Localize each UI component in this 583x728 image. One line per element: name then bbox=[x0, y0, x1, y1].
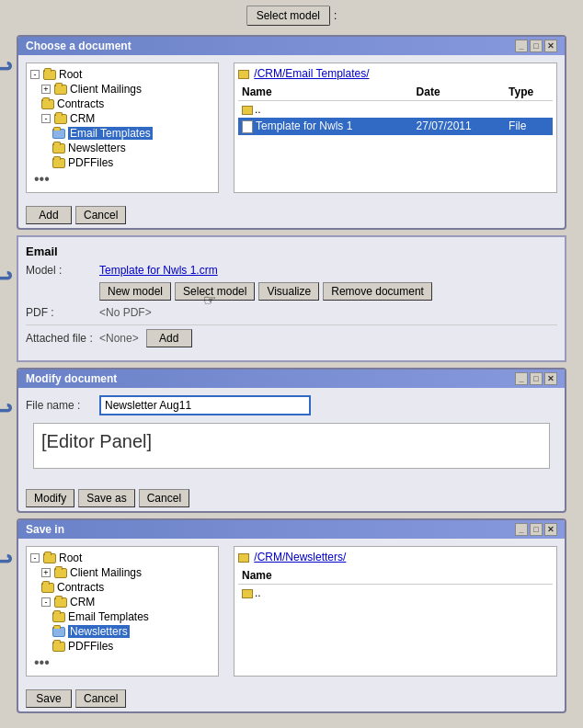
save-folder-contracts bbox=[41, 583, 54, 593]
save-in-btn-bar: Save Cancel bbox=[18, 684, 565, 711]
tree-pane: - Root + Client Mailings Contracts bbox=[26, 63, 219, 193]
save-file-table: Name .. bbox=[238, 567, 553, 601]
select-model-btn-email[interactable]: Select model ☞ bbox=[175, 282, 255, 301]
save-file-path-row: /CRM/Newsletters/ bbox=[238, 551, 553, 563]
save-file-path-link[interactable]: /CRM/Newsletters/ bbox=[254, 551, 346, 563]
save-expand-client-mailings[interactable]: + bbox=[41, 568, 51, 577]
expand-root[interactable]: - bbox=[30, 70, 40, 79]
save-tree-contracts[interactable]: Contracts bbox=[41, 580, 214, 595]
expand-client-mailings[interactable]: + bbox=[41, 85, 51, 94]
tree-label-contracts: Contracts bbox=[57, 97, 104, 110]
save-button[interactable]: Save bbox=[26, 689, 72, 708]
file-parent-date bbox=[413, 101, 506, 119]
modify-close-button[interactable]: ✕ bbox=[544, 372, 557, 385]
choose-document-panel: Choose a document _ □ ✕ - Root + bbox=[17, 35, 566, 230]
new-model-button[interactable]: New model bbox=[99, 282, 171, 301]
save-file-pane: /CRM/Newsletters/ Name .. bbox=[234, 546, 557, 677]
visualize-button[interactable]: Visualize bbox=[258, 282, 319, 301]
file-table-header: Name Date Type bbox=[238, 84, 553, 101]
email-section-wrapper: ↩ Email Model : Template for Nwls 1.crm … bbox=[0, 235, 583, 362]
tree-item-pdffiles[interactable]: PDFFiles bbox=[52, 155, 214, 170]
save-folder-newsletters bbox=[52, 627, 65, 637]
choose-document-content: - Root + Client Mailings Contracts bbox=[18, 55, 565, 200]
save-tree-crm[interactable]: - CRM bbox=[41, 595, 214, 609]
save-tree-client-mailings[interactable]: + Client Mailings bbox=[41, 565, 214, 580]
pdf-label: PDF : bbox=[26, 306, 99, 319]
modify-document-title: Modify document bbox=[26, 372, 117, 385]
add-button[interactable]: Add bbox=[26, 206, 72, 224]
model-field-row: Model : Template for Nwls 1.crm bbox=[26, 264, 557, 277]
save-file-row-parent[interactable]: .. bbox=[238, 585, 553, 602]
maximize-button[interactable]: □ bbox=[530, 40, 543, 52]
save-tree-pdffiles[interactable]: PDFFiles bbox=[52, 639, 214, 654]
file-row-parent[interactable]: .. bbox=[238, 101, 553, 119]
choose-document-section: ↩ Choose a document _ □ ✕ - Root bbox=[0, 35, 583, 230]
save-tree-root-label: Root bbox=[59, 552, 82, 564]
attached-file-add-button[interactable]: Add bbox=[146, 329, 192, 347]
modify-maximize-button[interactable]: □ bbox=[530, 372, 543, 385]
attached-file-value: <None> bbox=[99, 332, 139, 345]
minimize-button[interactable]: _ bbox=[515, 40, 528, 52]
file-pane: /CRM/Email Templates/ Name Date Type bbox=[234, 63, 557, 193]
save-label-client-mailings: Client Mailings bbox=[70, 566, 142, 579]
save-maximize-button[interactable]: □ bbox=[530, 523, 543, 536]
save-tree-item-root[interactable]: - Root bbox=[30, 551, 214, 565]
cancel-button[interactable]: Cancel bbox=[75, 206, 126, 224]
save-close-button[interactable]: ✕ bbox=[544, 523, 557, 536]
col-date: Date bbox=[413, 84, 506, 101]
remove-document-button[interactable]: Remove document bbox=[323, 282, 432, 301]
choose-document-title-bar: Choose a document _ □ ✕ bbox=[18, 37, 565, 55]
path-folder-icon bbox=[238, 70, 249, 79]
save-expand-crm[interactable]: - bbox=[41, 597, 51, 607]
editor-panel[interactable]: [Editor Panel] bbox=[33, 423, 550, 469]
save-folder-client-mailings bbox=[54, 568, 67, 578]
save-cancel-button[interactable]: Cancel bbox=[75, 689, 126, 708]
save-label-pdffiles: PDFFiles bbox=[68, 640, 113, 653]
select-model-button[interactable]: Select model bbox=[246, 6, 330, 26]
tree-label-email-templates: Email Templates bbox=[68, 127, 153, 140]
tree-item-crm[interactable]: - CRM bbox=[41, 111, 214, 126]
save-tree-newsletters[interactable]: Newsletters bbox=[52, 624, 214, 639]
save-expand-root[interactable]: - bbox=[30, 553, 40, 563]
file-path-link[interactable]: /CRM/Email Templates/ bbox=[254, 67, 369, 80]
modify-button[interactable]: Modify bbox=[26, 489, 74, 507]
save-folder-icon-root bbox=[43, 553, 56, 563]
col-name: Name bbox=[238, 84, 413, 101]
tree-item-root[interactable]: - Root bbox=[30, 67, 214, 82]
modify-cancel-button[interactable]: Cancel bbox=[139, 489, 189, 507]
arrow-2: ↩ bbox=[0, 263, 12, 293]
tree-item-client-mailings[interactable]: + Client Mailings bbox=[41, 82, 214, 97]
file-parent-icon: .. bbox=[238, 101, 413, 119]
model-buttons-row: New model Select model ☞ Visualize Remov… bbox=[26, 282, 557, 301]
modify-minimize-button[interactable]: _ bbox=[515, 372, 528, 385]
filename-input[interactable] bbox=[99, 395, 311, 415]
file-icon-template bbox=[242, 120, 253, 133]
model-label: Model : bbox=[26, 264, 99, 277]
save-minimize-button[interactable]: _ bbox=[515, 523, 528, 536]
modify-document-content: File name : [Editor Panel] bbox=[18, 388, 565, 483]
save-folder-email-templates bbox=[52, 612, 65, 622]
save-in-content: - Root + Client Mailings Contracts bbox=[18, 539, 565, 684]
file-row-template[interactable]: Template for Nwls 1 27/07/2011 File bbox=[238, 118, 553, 135]
tree-label-crm: CRM bbox=[70, 112, 95, 125]
choose-document-title: Choose a document bbox=[26, 40, 131, 52]
tree-root-label: Root bbox=[59, 68, 82, 81]
file-name-cell: Template for Nwls 1 bbox=[238, 118, 413, 135]
tree-item-email-templates[interactable]: Email Templates bbox=[52, 126, 214, 141]
choose-document-controls: _ □ ✕ bbox=[515, 40, 557, 52]
close-button[interactable]: ✕ bbox=[544, 40, 557, 52]
folder-icon-newsletters bbox=[52, 143, 65, 154]
cursor-icon: ☞ bbox=[203, 291, 216, 309]
expand-crm[interactable]: - bbox=[41, 114, 51, 123]
model-value[interactable]: Template for Nwls 1.crm bbox=[99, 264, 218, 277]
modify-document-controls: _ □ ✕ bbox=[515, 372, 557, 385]
tree-item-newsletters[interactable]: Newsletters bbox=[52, 141, 214, 155]
tree-item-contracts[interactable]: Contracts bbox=[41, 97, 214, 111]
email-section-title: Email bbox=[26, 245, 557, 258]
arrow-4: ↩ bbox=[0, 546, 12, 576]
save-as-button[interactable]: Save as bbox=[78, 489, 134, 507]
save-path-folder-icon bbox=[238, 553, 249, 563]
save-in-title-bar: Save in _ □ ✕ bbox=[18, 520, 565, 539]
panes-container: - Root + Client Mailings Contracts bbox=[26, 63, 557, 193]
save-tree-email-templates[interactable]: Email Templates bbox=[52, 609, 214, 624]
